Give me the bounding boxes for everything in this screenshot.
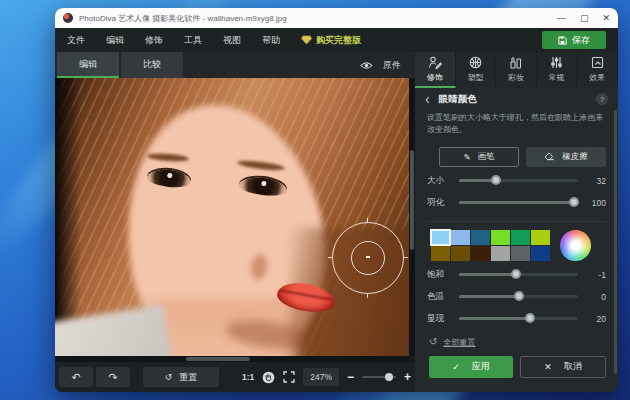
slider-handle[interactable] bbox=[511, 269, 521, 279]
color-palette bbox=[415, 224, 618, 261]
menu-edit[interactable]: 编辑 bbox=[106, 34, 124, 47]
color-swatch[interactable] bbox=[471, 246, 490, 261]
zoom-level[interactable]: 247% bbox=[303, 368, 339, 386]
titlebar: PhotoDiva 艺术人像 摄影美化软件 - wallhaven-m9xyg8… bbox=[55, 8, 618, 28]
slider-handle[interactable] bbox=[491, 175, 501, 185]
reset-all-link[interactable]: ↺ 全部重置 bbox=[415, 327, 618, 348]
tab-sculpt[interactable]: 塑型 bbox=[456, 52, 497, 88]
tab-general[interactable]: 常规 bbox=[537, 52, 578, 88]
undo-button[interactable]: ↶ bbox=[59, 367, 93, 387]
help-icon[interactable]: ? bbox=[596, 93, 608, 105]
eye-icon bbox=[360, 61, 373, 70]
zoom-slider[interactable] bbox=[362, 376, 396, 378]
app-window: PhotoDiva 艺术人像 摄影美化软件 - wallhaven-m9xyg8… bbox=[55, 8, 618, 392]
reset-icon: ↺ bbox=[429, 337, 437, 347]
color-wheel[interactable] bbox=[560, 230, 591, 261]
apply-button[interactable]: ✓ 应用 bbox=[429, 356, 513, 378]
general-icon bbox=[550, 56, 563, 69]
photo-canvas[interactable] bbox=[55, 78, 409, 356]
retouch-icon bbox=[428, 56, 442, 69]
color-swatch[interactable] bbox=[531, 246, 550, 261]
amount-slider: 显现 20 bbox=[415, 311, 618, 327]
view-tabstrip: 编辑 比较 原件 bbox=[55, 52, 415, 78]
tab-effects[interactable]: 效果 bbox=[577, 52, 618, 88]
brush-button[interactable]: ✎ 画笔 bbox=[439, 147, 519, 167]
menu-help[interactable]: 帮助 bbox=[262, 34, 280, 47]
reset-icon: ↺ bbox=[165, 372, 173, 382]
tab-edit[interactable]: 编辑 bbox=[57, 52, 119, 78]
show-original-button[interactable]: 原件 bbox=[346, 52, 415, 78]
slider-handle[interactable] bbox=[569, 197, 579, 207]
save-icon bbox=[558, 36, 567, 45]
maximize-button[interactable]: ▢ bbox=[580, 8, 589, 28]
buy-full-version-button[interactable]: 购买完整版 bbox=[301, 34, 361, 47]
color-swatch[interactable] bbox=[491, 246, 510, 261]
size-slider: 大小 32 bbox=[415, 173, 618, 189]
menu-file[interactable]: 文件 bbox=[67, 34, 85, 47]
minimize-button[interactable]: — bbox=[557, 8, 566, 28]
color-swatch[interactable] bbox=[511, 230, 530, 245]
menu-tools[interactable]: 工具 bbox=[184, 34, 202, 47]
cancel-button[interactable]: ✕ 取消 bbox=[520, 356, 606, 378]
eraser-button[interactable]: 橡皮擦 bbox=[526, 147, 606, 167]
canvas-area: 编辑 比较 原件 bbox=[55, 52, 415, 392]
color-swatch[interactable] bbox=[471, 230, 490, 245]
slider-handle[interactable] bbox=[514, 291, 524, 301]
feather-slider: 羽化 100 bbox=[415, 195, 618, 211]
color-swatch[interactable] bbox=[451, 230, 470, 245]
back-chevron-icon[interactable]: ‹ bbox=[425, 92, 430, 106]
fit-screen-icon[interactable] bbox=[283, 371, 295, 383]
diamond-icon bbox=[301, 35, 312, 45]
color-swatch[interactable] bbox=[531, 230, 550, 245]
panel-title: 眼睛颜色 bbox=[439, 93, 477, 106]
redo-button[interactable]: ↷ bbox=[96, 367, 130, 387]
panel-scrollbar[interactable] bbox=[614, 110, 617, 374]
color-swatch[interactable] bbox=[511, 246, 530, 261]
zoom-out-button[interactable]: − bbox=[347, 371, 354, 383]
color-swatch[interactable] bbox=[431, 246, 450, 261]
color-swatch[interactable] bbox=[451, 246, 470, 261]
eraser-icon bbox=[544, 152, 555, 161]
app-logo-icon bbox=[63, 13, 73, 23]
window-title: PhotoDiva 艺术人像 摄影美化软件 - wallhaven-m9xyg8… bbox=[79, 13, 549, 24]
hand-tool-icon[interactable] bbox=[262, 371, 275, 384]
menubar: 文件 编辑 修饰 工具 视图 帮助 购买完整版 保存 bbox=[55, 28, 618, 52]
makeup-icon bbox=[509, 56, 522, 69]
tab-makeup[interactable]: 彩妆 bbox=[496, 52, 537, 88]
saturation-slider: 饱和 -1 bbox=[415, 267, 618, 283]
zoom-1to1-button[interactable]: 1:1 bbox=[242, 372, 254, 382]
canvas-toolbar: ↶ ↷ ↺ 重置 1:1 247% − + bbox=[55, 362, 415, 392]
slider-handle[interactable] bbox=[525, 313, 535, 323]
tool-description: 设置笔刷的大小略大于瞳孔，然后在眼睛上涂画来改变颜色。 bbox=[415, 110, 618, 137]
side-panel: 修饰 塑型 彩妆 常规 效果 ‹ 眼睛颜色 ? 设置笔刷的大 bbox=[415, 52, 618, 392]
effects-icon bbox=[591, 56, 604, 69]
temperature-slider: 色温 0 bbox=[415, 289, 618, 305]
panel-header: ‹ 眼睛颜色 ? bbox=[415, 88, 618, 110]
color-swatch[interactable] bbox=[431, 230, 450, 245]
sculpt-icon bbox=[469, 56, 482, 69]
tab-compare[interactable]: 比较 bbox=[121, 52, 183, 78]
color-swatch[interactable] bbox=[491, 230, 510, 245]
brush-icon: ✎ bbox=[463, 152, 470, 162]
panel-tabbar: 修饰 塑型 彩妆 常规 效果 bbox=[415, 52, 618, 88]
tab-retouch[interactable]: 修饰 bbox=[415, 52, 456, 88]
close-icon: ✕ bbox=[544, 362, 552, 372]
save-button[interactable]: 保存 bbox=[542, 31, 606, 49]
menu-retouch[interactable]: 修饰 bbox=[145, 34, 163, 47]
check-icon: ✓ bbox=[452, 362, 460, 372]
close-button[interactable]: ✕ bbox=[602, 8, 610, 28]
menu-view[interactable]: 视图 bbox=[223, 34, 241, 47]
zoom-in-button[interactable]: + bbox=[404, 371, 411, 383]
reset-button[interactable]: ↺ 重置 bbox=[143, 367, 219, 387]
